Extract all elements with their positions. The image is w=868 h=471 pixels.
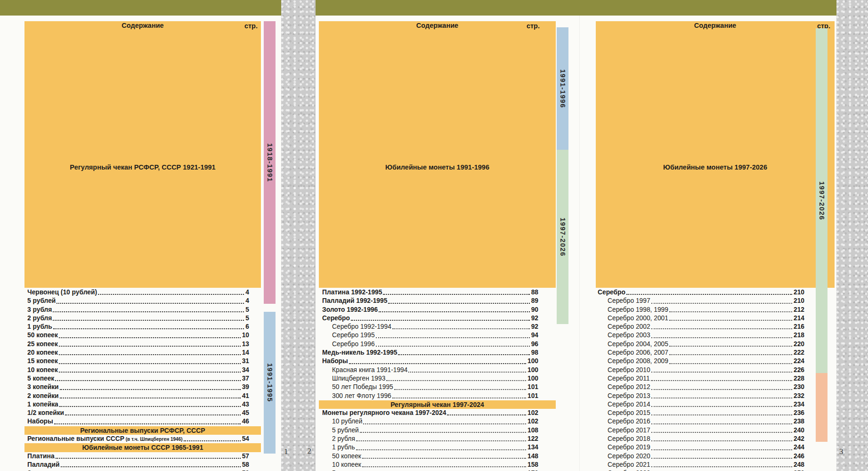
entry-page: 122 <box>527 435 538 443</box>
section-header: Юбилейные монеты СССР 1965-1991 <box>24 443 261 452</box>
entry-label: Серебро <box>322 314 350 323</box>
entry-label: 2 рубля <box>322 435 355 443</box>
toc-title: Содержание <box>596 22 835 164</box>
entry-label: 1 рубль <box>27 323 52 331</box>
toc-row: Серебро 1998, 1999212 <box>596 306 835 314</box>
dot-leader <box>669 320 792 321</box>
toc-header-band: Содержание Юбилейные монеты 1991-1996 ст… <box>319 21 556 288</box>
dot-leader <box>651 458 792 459</box>
edge-tab-1997-2026-right: 1997-2026 <box>816 28 827 373</box>
toc-row: 20 копеек14 <box>24 349 261 357</box>
entry-page: 5 <box>245 314 249 323</box>
toc-row: 1 рубль6 <box>24 323 261 331</box>
dot-leader <box>447 414 526 415</box>
page-number-3: 3 <box>839 447 844 456</box>
entry-page: 54 <box>242 435 249 443</box>
toc-row: Серебро 2012230 <box>596 383 835 391</box>
dot-leader <box>55 380 240 381</box>
dot-leader <box>376 337 530 338</box>
entry-page: 230 <box>794 383 804 391</box>
entry-page: 59 <box>242 469 249 471</box>
entry-page: 134 <box>527 443 538 452</box>
dot-leader <box>651 372 792 373</box>
toc-row: 50 копеек148 <box>319 452 556 461</box>
entry-label: Серебро 2014 <box>598 400 650 409</box>
toc-row: 5 рублей4 <box>24 297 261 305</box>
entry-page: 108 <box>527 426 538 435</box>
entry-label: Серебро 2015 <box>598 409 650 417</box>
entry-label: Серебро 1997 <box>598 297 650 305</box>
toc-row: 2 копейки41 <box>24 392 261 400</box>
entry-note: (в т.ч. Шпицберген 1946) <box>124 434 183 444</box>
entry-label: Наборы <box>322 357 348 365</box>
entry-page: 222 <box>794 349 804 357</box>
dot-leader <box>651 389 792 390</box>
toc-list: Червонец (10 рублей)45 рублей43 рубля52 … <box>24 288 261 471</box>
entry-label: Серебро 2002 <box>598 323 650 331</box>
toc-row: Красная книга 1991-1994100 <box>319 366 556 374</box>
toc-row: Серебро 2004, 2005220 <box>596 340 835 349</box>
entry-page: 102 <box>527 409 538 417</box>
entry-page: 210 <box>794 288 804 297</box>
toc-column-3: Содержание Юбилейные монеты 1997-2026 ст… <box>596 21 835 471</box>
toc-row: 3 копейки39 <box>24 383 261 391</box>
dot-leader <box>651 423 792 424</box>
entry-label: Золото <box>27 469 50 471</box>
entry-label: Красная книга 1991-1994 <box>322 366 407 374</box>
entry-label: 10 копеек <box>27 366 58 374</box>
dot-leader <box>356 449 526 450</box>
toc-row: Серебро92 <box>319 314 556 323</box>
toc-row: Монеты регулярного чекана 1997-2024102 <box>319 409 556 417</box>
entry-page: 89 <box>531 297 538 305</box>
entry-page: 96 <box>531 340 538 349</box>
edge-tab-1991-1995: 1991-1995 <box>264 312 276 454</box>
dot-leader <box>184 440 241 441</box>
entry-page: 210 <box>794 297 804 305</box>
entry-page: 92 <box>531 314 538 323</box>
toc-row: 50 лет Победы 1995101 <box>319 383 556 391</box>
entry-page: 148 <box>527 452 538 461</box>
toc-row: Серебро 2020246 <box>596 452 835 461</box>
toc-row: 10 рублей102 <box>319 417 556 426</box>
dot-leader <box>59 354 241 355</box>
dot-leader <box>408 372 526 373</box>
dot-leader <box>379 311 529 312</box>
dot-leader <box>651 337 792 338</box>
dot-leader <box>60 398 241 398</box>
entry-page: 220 <box>794 340 804 349</box>
entry-label: 1/2 копейки <box>27 409 64 417</box>
toc-row: 15 копеек31 <box>24 357 261 365</box>
toc-row: 3 рубля5 <box>24 306 261 314</box>
entry-label: Серебро 2012 <box>598 383 650 391</box>
entry-page: 216 <box>794 323 804 331</box>
toc-row: 2 рубля5 <box>24 314 261 323</box>
entry-page: 226 <box>794 366 804 374</box>
entry-page: 228 <box>794 374 804 383</box>
dot-leader <box>59 337 241 338</box>
toc-row: 5 копеек170 <box>319 469 556 471</box>
dot-leader <box>651 303 792 304</box>
dot-leader <box>669 346 792 347</box>
toc-row: Серебро 2018242 <box>596 435 835 443</box>
toc-row: Серебро 2022250 <box>596 469 835 471</box>
entry-label: 50 копеек <box>27 331 58 340</box>
toc-row: 10 копеек158 <box>319 461 556 469</box>
section-header: Региональные выпуски РСФСР, СССР <box>24 426 261 435</box>
entry-page: 4 <box>245 297 249 305</box>
toc-header-band: Содержание Регулярный чекан РСФСР, СССР … <box>24 21 261 288</box>
dot-leader <box>356 440 526 441</box>
entry-page: 250 <box>794 469 804 471</box>
dot-leader <box>360 432 526 433</box>
dot-leader <box>386 380 526 381</box>
entry-label: 50 лет Победы 1995 <box>322 383 393 391</box>
entry-label: Палладий 1992-1995 <box>322 297 387 305</box>
dot-leader <box>651 406 792 407</box>
dot-leader <box>651 440 792 441</box>
entry-page: 170 <box>527 469 538 471</box>
toc-row: Медь-никель 1992-199598 <box>319 349 556 357</box>
dot-leader <box>362 466 526 467</box>
toc-row: Платина57 <box>24 452 261 461</box>
toc-row: Серебро 2002216 <box>596 323 835 331</box>
entry-page: 94 <box>531 331 538 340</box>
page-number-1: 1 <box>284 447 288 456</box>
